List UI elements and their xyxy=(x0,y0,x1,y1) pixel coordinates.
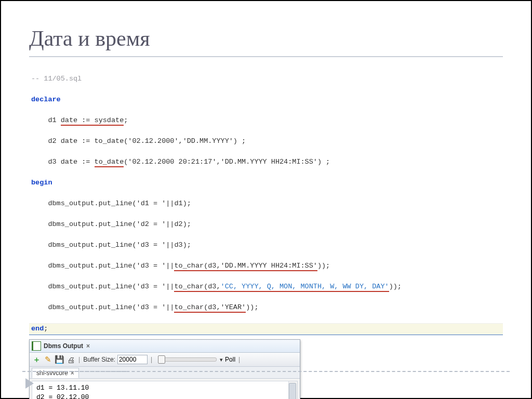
kw-begin: begin xyxy=(31,179,52,187)
d2-line: d2 date := to_date('02.12.2000','DD.MM.Y… xyxy=(29,136,503,147)
document-icon xyxy=(32,341,41,351)
out-d3a: dbms_output.put_line('d3 = '||d3); xyxy=(29,240,503,250)
buffer-size-label: Buffer Size: xyxy=(83,356,115,363)
out-d3d-suf: )); xyxy=(246,303,258,311)
save-icon[interactable]: 💾 xyxy=(55,355,64,364)
sql-code-block: -- 11/05.sql declare d1 date := sysdate;… xyxy=(29,63,503,335)
out-d3c-u2: 'CC, YYYY, Q, MON, MONTH, W, WW DY, DAY' xyxy=(221,283,389,292)
add-icon[interactable]: ＋ xyxy=(32,355,41,364)
slider-thumb[interactable] xyxy=(158,355,165,364)
toolbar-sep-2: | xyxy=(151,356,152,363)
toolbar-sep-1: | xyxy=(78,356,80,363)
panel-close-button[interactable]: × xyxy=(86,342,90,350)
out-d3b-pre: dbms_output.put_line('d3 = '|| xyxy=(31,262,174,270)
page-title: Дата и время xyxy=(29,26,531,51)
panel-toolbar: ＋ ✎ 💾 🖨 | Buffer Size: | ▾ Poll | xyxy=(30,353,300,367)
footer-area xyxy=(22,371,510,389)
panel-titlebar: Dbms Output × xyxy=(30,340,300,353)
buffer-size-input[interactable] xyxy=(117,355,148,364)
poll-slider[interactable] xyxy=(158,357,217,362)
out-d3d-u: to_char(d3,'YEAR' xyxy=(174,303,246,313)
footer-dashes xyxy=(22,371,510,372)
out-d2: dbms_output.put_line('d2 = '||d2); xyxy=(29,219,503,230)
slide-frame: Дата и время -- 11/05.sql declare d1 dat… xyxy=(0,0,532,399)
kw-end: end xyxy=(31,325,44,332)
out-d3c-u1: to_char(d3, xyxy=(174,283,220,292)
play-arrow-icon[interactable] xyxy=(25,378,34,389)
toolbar-sep-3: | xyxy=(238,356,240,363)
poll-label: Poll xyxy=(225,356,235,363)
out-d3d-pre: dbms_output.put_line('d3 = '|| xyxy=(31,303,174,311)
out-d3c-suf: )); xyxy=(389,283,402,290)
print-icon[interactable]: 🖨 xyxy=(66,355,75,364)
d3-args: ('02.12.2000 20:21:17','DD.MM.YYYY HH24:… xyxy=(124,158,330,166)
scrollbar-thumb[interactable] xyxy=(289,383,296,399)
out-d3b-u: to_char(d3,'DD.MM.YYYY HH24:MI:SS' xyxy=(174,262,317,271)
out-d1: dbms_output.put_line('d1 = '||d1); xyxy=(29,198,503,209)
dbms-output-panel: Dbms Output × ＋ ✎ 💾 🖨 | Buffer Size: | ▾… xyxy=(29,339,300,399)
d3-func: to_date xyxy=(95,158,124,167)
out-d3c-pre: dbms_output.put_line('d3 = '|| xyxy=(31,283,174,290)
title-rule xyxy=(29,56,503,57)
code-comment: -- 11/05.sql xyxy=(31,75,82,83)
panel-title: Dbms Output xyxy=(44,342,83,350)
out-d3b-suf: )); xyxy=(317,262,330,270)
edit-icon[interactable]: ✎ xyxy=(43,355,52,364)
kw-declare: declare xyxy=(31,96,61,103)
out-l2: d2 = 02.12.00 xyxy=(36,393,89,399)
poll-caret-icon: ▾ xyxy=(220,356,223,363)
d1-decl: date := sysdate xyxy=(61,116,124,126)
d3-pre: d3 date := xyxy=(31,158,95,166)
d1-pre: d1 xyxy=(31,116,61,124)
